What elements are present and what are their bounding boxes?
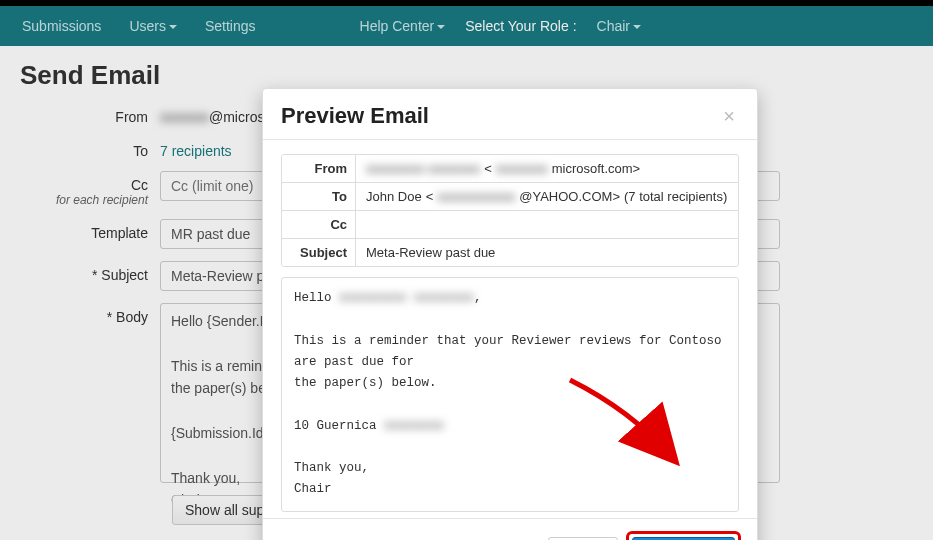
preview-subject-value: Meta-Review past due xyxy=(356,239,738,266)
preview-from-value: xxxxxxxxx xxxxxxxx <xxxxxxxxmicrosoft.co… xyxy=(356,155,738,182)
modal-title: Preview Email xyxy=(281,103,429,129)
preview-to-redacted: xxxxxxxxxxxx xyxy=(437,189,515,204)
preview-to-name: John Doe xyxy=(366,189,422,204)
close-icon[interactable]: × xyxy=(719,105,739,128)
cancel-button[interactable]: Cancel xyxy=(548,537,618,541)
preview-item-prefix: 10 Guernica xyxy=(294,419,384,433)
preview-email-modal: Preview Email × From xxxxxxxxx xxxxxxxx … xyxy=(262,88,758,540)
send-emails-button[interactable]: Send emails xyxy=(632,537,735,541)
preview-headers: From xxxxxxxxx xxxxxxxx <xxxxxxxxmicroso… xyxy=(281,154,739,267)
preview-body: Hello xxxxxxxxx xxxxxxxx, This is a remi… xyxy=(281,277,739,512)
preview-item-redacted: xxxxxxxx xyxy=(384,416,444,437)
preview-cc-label: Cc xyxy=(282,211,356,238)
preview-greeting-redacted: xxxxxxxxx xxxxxxxx xyxy=(339,288,474,309)
preview-greeting-prefix: Hello xyxy=(294,291,339,305)
preview-signoff: Thank you, Chair xyxy=(294,461,369,496)
preview-to-suffix: (7 total recipients) xyxy=(624,189,727,204)
preview-from-redacted1: xxxxxxxxx xxxxxxxx xyxy=(366,161,480,176)
preview-subject-label: Subject xyxy=(282,239,356,266)
preview-cc-value xyxy=(356,211,738,238)
send-highlight: Send emails xyxy=(626,531,741,541)
preview-to-domain: @YAHOO.COM> xyxy=(519,189,620,204)
preview-from-domain: microsoft.com> xyxy=(552,161,641,176)
preview-greeting-suffix: , xyxy=(474,291,482,305)
preview-from-label: From xyxy=(282,155,356,182)
preview-to-value: John Doe <xxxxxxxxxxxx@YAHOO.COM> (7 tot… xyxy=(356,183,738,210)
preview-from-redacted2: xxxxxxxx xyxy=(496,161,548,176)
preview-paragraph: This is a reminder that your Reviewer re… xyxy=(294,334,729,391)
preview-to-label: To xyxy=(282,183,356,210)
